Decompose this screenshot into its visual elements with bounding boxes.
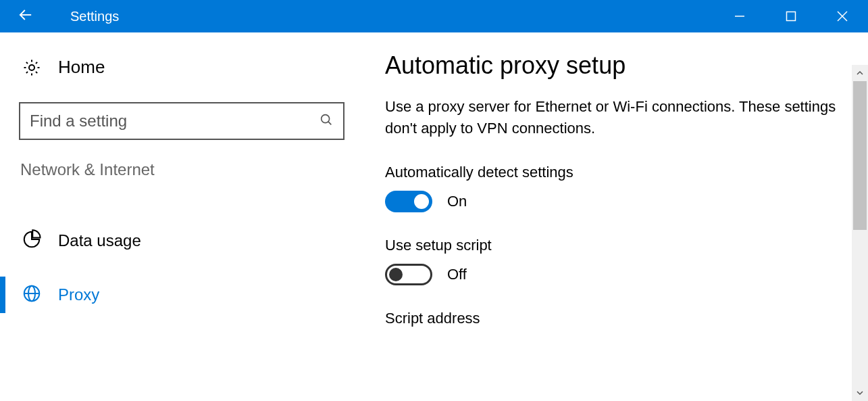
svg-point-4	[29, 65, 34, 70]
auto-detect-toggle[interactable]	[385, 191, 432, 212]
main-panel: Automatic proxy setup Use a proxy server…	[385, 32, 868, 401]
category-label: Network & Internet	[19, 160, 344, 179]
auto-detect-label: Automatically detect settings	[385, 164, 841, 181]
pie-chart-icon	[22, 229, 42, 252]
search-input[interactable]	[30, 112, 313, 131]
toggle-knob	[414, 194, 429, 209]
maximize-icon	[786, 11, 796, 22]
gear-icon	[22, 57, 42, 78]
sidebar-item-label: Proxy	[58, 285, 99, 304]
home-link[interactable]: Home	[19, 57, 344, 78]
close-icon	[836, 10, 848, 22]
sidebar-item-proxy[interactable]: Proxy	[19, 274, 344, 316]
minimize-icon	[734, 11, 745, 22]
scroll-up-arrow-icon[interactable]	[852, 65, 868, 81]
home-label: Home	[58, 57, 105, 78]
window-controls	[714, 0, 868, 32]
section-title: Automatic proxy setup	[385, 51, 841, 80]
globe-icon	[22, 283, 42, 306]
svg-point-5	[322, 115, 330, 123]
sidebar-item-data-usage[interactable]: Data usage	[19, 220, 344, 262]
search-icon	[319, 112, 334, 130]
sidebar-item-label: Data usage	[58, 231, 141, 250]
search-box[interactable]	[19, 102, 344, 140]
scrollbar[interactable]	[852, 65, 868, 401]
toggle-knob	[389, 268, 403, 281]
use-script-label: Use setup script	[385, 237, 841, 254]
back-button[interactable]	[0, 0, 51, 32]
titlebar: Settings	[0, 0, 868, 32]
maximize-button[interactable]	[765, 0, 817, 32]
svg-line-6	[328, 122, 331, 124]
svg-rect-1	[787, 12, 796, 21]
close-button[interactable]	[817, 0, 868, 32]
scroll-down-arrow-icon[interactable]	[852, 385, 868, 401]
use-script-state: Off	[447, 266, 467, 283]
sidebar: Home Network & Internet Data usage	[0, 32, 385, 401]
arrow-left-icon	[16, 5, 35, 27]
title-label: Settings	[70, 9, 119, 24]
script-address-label: Script address	[385, 310, 841, 327]
use-script-toggle[interactable]	[385, 264, 432, 285]
auto-detect-state: On	[447, 193, 467, 210]
minimize-button[interactable]	[714, 0, 765, 32]
scroll-thumb[interactable]	[853, 81, 867, 230]
section-description: Use a proxy server for Ethernet or Wi-Fi…	[385, 96, 841, 139]
